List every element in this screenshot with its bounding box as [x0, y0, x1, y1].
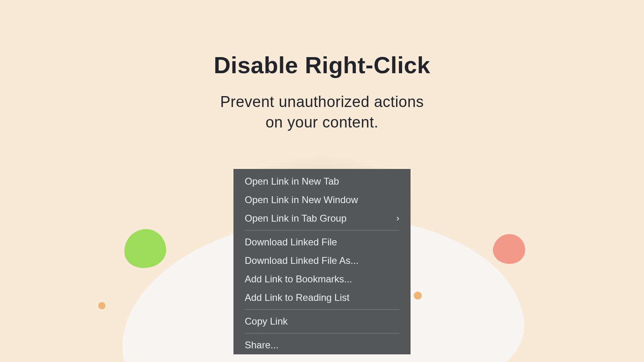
decorative-blob-red	[491, 232, 526, 265]
promo-illustration: Disable Right-Click Prevent unauthorized…	[0, 0, 644, 362]
page-title: Disable Right-Click	[214, 52, 430, 78]
context-menu-item-open-tab-group[interactable]: Open Link in Tab Group ›	[233, 209, 411, 228]
decorative-dot-orange-right	[414, 292, 422, 300]
subtitle-line-1: Prevent unauthorized actions	[0, 92, 644, 112]
context-menu-item-download-linked-file[interactable]: Download Linked File	[233, 233, 411, 251]
decorative-blob-green	[121, 226, 169, 272]
context-menu-item-label: Open Link in New Window	[245, 195, 358, 205]
title-area: Disable Right-Click	[0, 52, 644, 78]
context-menu-separator	[245, 309, 399, 310]
context-menu-separator	[245, 230, 399, 230]
context-menu-item-label: Copy Link	[245, 317, 288, 326]
context-menu: Open Link in New Tab Open Link in New Wi…	[233, 169, 411, 354]
context-menu-item-add-link-reading-list[interactable]: Add Link to Reading List	[233, 288, 411, 307]
decorative-dot-orange-left	[98, 302, 105, 309]
context-menu-item-label: Download Linked File	[245, 237, 337, 247]
context-menu-item-copy-link[interactable]: Copy Link	[233, 312, 411, 331]
context-menu-item-label: Add Link to Reading List	[245, 293, 349, 302]
context-menu-item-download-linked-file-as[interactable]: Download Linked File As...	[233, 251, 411, 270]
context-menu-item-share[interactable]: Share...	[233, 336, 411, 354]
page-subtitle: Prevent unauthorized actions on your con…	[0, 92, 644, 133]
context-menu-item-add-link-bookmarks[interactable]: Add Link to Bookmarks...	[233, 270, 411, 288]
chevron-right-icon: ›	[396, 214, 399, 223]
context-menu-item-label: Download Linked File As...	[245, 256, 359, 265]
context-menu-item-label: Add Link to Bookmarks...	[245, 274, 352, 284]
context-menu-item-label: Open Link in New Tab	[245, 177, 339, 186]
context-menu-separator	[245, 333, 399, 333]
context-menu-item-open-new-tab[interactable]: Open Link in New Tab	[233, 172, 411, 191]
context-menu-item-label: Open Link in Tab Group	[245, 214, 347, 223]
subtitle-line-2: on your content.	[0, 112, 644, 133]
context-menu-item-open-new-window[interactable]: Open Link in New Window	[233, 191, 411, 209]
context-menu-item-label: Share...	[245, 340, 279, 350]
page-title-text: Disable Right-Click	[214, 52, 430, 78]
